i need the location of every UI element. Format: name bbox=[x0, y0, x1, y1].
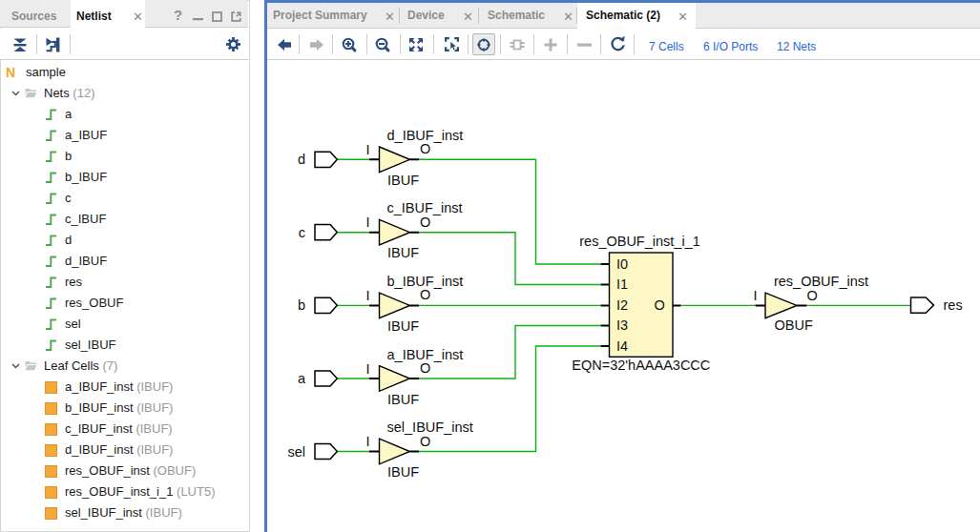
svg-text:O: O bbox=[420, 287, 430, 302]
svg-text:IBUF: IBUF bbox=[387, 392, 419, 407]
svg-text:IBUF: IBUF bbox=[387, 464, 419, 480]
svg-text:O: O bbox=[420, 434, 430, 449]
svg-text:O: O bbox=[420, 141, 430, 156]
svg-text:O: O bbox=[420, 360, 430, 376]
svg-text:I: I bbox=[366, 434, 370, 449]
svg-text:sel: sel bbox=[287, 444, 305, 460]
svg-text:I: I bbox=[366, 215, 370, 230]
svg-text:b: b bbox=[298, 297, 305, 313]
svg-text:O: O bbox=[420, 215, 430, 230]
svg-text:I: I bbox=[366, 288, 370, 303]
svg-text:IBUF: IBUF bbox=[387, 173, 419, 188]
svg-text:I0: I0 bbox=[616, 256, 628, 272]
svg-text:O: O bbox=[655, 297, 665, 313]
svg-text:a: a bbox=[298, 371, 306, 386]
svg-text:IBUF: IBUF bbox=[387, 245, 419, 260]
svg-text:res_OBUF_inst_i_1: res_OBUF_inst_i_1 bbox=[579, 234, 700, 249]
svg-text:OBUF: OBUF bbox=[775, 317, 813, 333]
svg-text:EQN=32'hAAAA3CCC: EQN=32'hAAAA3CCC bbox=[572, 358, 710, 373]
svg-text:d: d bbox=[298, 152, 305, 167]
svg-text:I: I bbox=[754, 288, 758, 303]
svg-text:res: res bbox=[944, 297, 963, 313]
svg-text:I3: I3 bbox=[616, 317, 628, 333]
svg-text:c: c bbox=[299, 225, 305, 240]
svg-text:I2: I2 bbox=[616, 297, 628, 313]
svg-text:I: I bbox=[366, 361, 370, 377]
svg-text:IBUF: IBUF bbox=[387, 318, 419, 334]
svg-text:res_OBUF_inst: res_OBUF_inst bbox=[774, 274, 868, 289]
svg-text:I1: I1 bbox=[616, 276, 628, 292]
svg-text:I4: I4 bbox=[616, 338, 628, 354]
svg-text:I: I bbox=[366, 142, 370, 157]
svg-text:O: O bbox=[807, 288, 818, 303]
